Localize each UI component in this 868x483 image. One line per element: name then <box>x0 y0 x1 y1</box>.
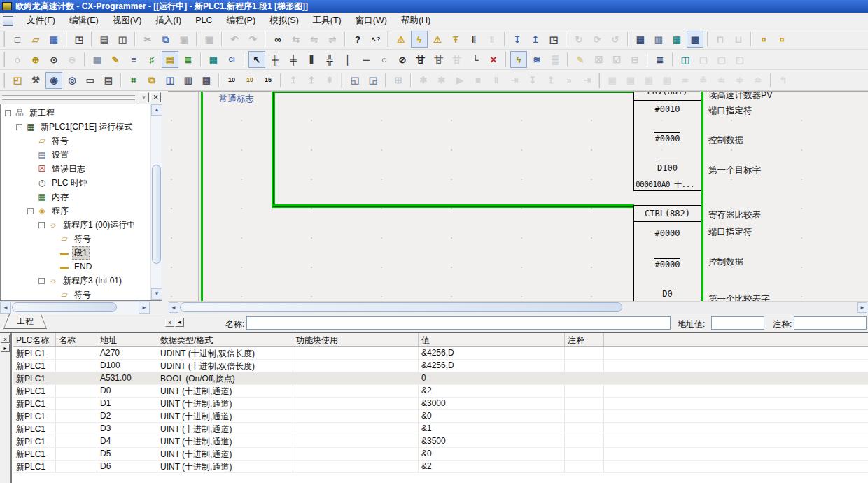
go-section-down-button[interactable]: ↥ <box>303 72 320 89</box>
plc-error-log-button[interactable]: ⚠ <box>393 31 410 48</box>
pause-at-point-button[interactable]: ✱ <box>433 72 450 89</box>
expand-toggle-icon[interactable] <box>27 208 34 214</box>
float-window-button[interactable]: ◰ <box>9 72 26 89</box>
tree-node-program1[interactable]: ☼新程序1 (00)运行中 <box>1 218 150 232</box>
differential-monitor-button[interactable]: ϟ <box>510 51 527 68</box>
simulator-online-button[interactable]: ◱ <box>346 72 363 89</box>
ladder-horizontal-scrollbar[interactable]: ◄ ► <box>168 301 868 314</box>
build-window-button[interactable]: ⚒ <box>27 72 44 89</box>
break-point-3-button[interactable]: ▣ <box>640 72 657 89</box>
plc-error-flash-button[interactable]: ϟ <box>411 31 428 48</box>
cross-reference-button[interactable]: ⌗ <box>125 72 142 89</box>
column-header-1[interactable]: 名称 <box>56 333 97 346</box>
table-row[interactable]: 新PLC1A270UDINT (十进制,双倍长度)&4256,D <box>13 347 868 360</box>
toggle-grid-button[interactable]: ▦ <box>89 51 106 68</box>
expand-toggle-icon[interactable] <box>16 124 22 130</box>
comment-input[interactable] <box>794 316 867 330</box>
new-contact-button[interactable]: ╫ <box>267 51 284 68</box>
find-button[interactable]: ∞ <box>270 31 286 48</box>
tree-horizontal-scrollbar[interactable]: ◄ ► <box>0 301 150 314</box>
active-document-icon[interactable] <box>3 16 13 26</box>
watch-sheet-1-button[interactable]: ▢ <box>695 51 712 68</box>
menu-simulation[interactable]: 模拟(S) <box>262 13 306 29</box>
step-in-button[interactable]: ↧ <box>524 72 541 89</box>
pause-monitor-button[interactable]: ‖ <box>465 31 482 48</box>
go-section-up-button[interactable]: ↥ <box>285 72 302 89</box>
instruction-block-ctbl[interactable]: CTBL(882) #0000 #0000 D0 <box>634 205 701 301</box>
save-button[interactable]: ▦ <box>46 31 62 48</box>
collapse-operand-bar-button[interactable]: ◄ <box>175 318 184 327</box>
table-row[interactable]: 新PLC1D4UINT (十进制,通道)&3500 <box>13 435 868 448</box>
menu-file[interactable]: 文件(F) <box>20 13 62 29</box>
monitor-mode-button[interactable]: ▥ <box>650 31 667 48</box>
change-addresses-button[interactable]: ⇌ <box>324 31 341 48</box>
simulator-mode-button[interactable]: ◲ <box>365 72 382 89</box>
toolbar-grip[interactable] <box>3 73 5 88</box>
scroll-left-arrow[interactable]: ◄ <box>169 302 178 313</box>
print-preview-button[interactable]: ◫ <box>114 31 131 48</box>
new-instruction-disabled-button[interactable]: 甘 <box>449 51 465 68</box>
watch-window-tool-button[interactable]: ◫ <box>677 51 694 68</box>
smart-input-button[interactable]: ▦ <box>205 51 222 68</box>
ladder-editor[interactable]: 常通标志 PRV(881) #0010 #0000 D100 000010A0 … <box>168 91 868 301</box>
table-row[interactable]: 新PLC1D2UINT (十进制,通道)&0 <box>13 410 868 423</box>
help-button[interactable]: ? <box>349 31 366 48</box>
toolbar-grip[interactable] <box>340 73 342 88</box>
table-row[interactable]: 新PLC1D3UINT (十进制,通道)&1 <box>13 423 868 435</box>
menu-help[interactable]: 帮助(H) <box>394 13 438 29</box>
zoom-100-button[interactable]: ⊙ <box>46 51 62 68</box>
column-header-5[interactable]: 值 <box>419 333 565 346</box>
io-break-2-button[interactable]: ≗ <box>695 72 712 89</box>
watch-sheet-2-button[interactable]: ▢ <box>713 51 730 68</box>
menu-window[interactable]: 窗口(W) <box>349 13 394 29</box>
io-break-5-button[interactable]: ≏ <box>750 72 766 89</box>
output-window-button[interactable]: ▭ <box>82 72 99 89</box>
binary-monitor-button[interactable]: ▦ <box>198 72 215 89</box>
monitor-io-comment-button[interactable]: ♯ <box>144 51 160 68</box>
menu-edit[interactable]: 编辑(E) <box>62 13 106 29</box>
data-trace-button[interactable]: ≋ <box>528 51 545 68</box>
panel-splitter[interactable] <box>162 91 168 314</box>
table-row[interactable]: 新PLC1D100UDINT (十进制,双倍长度)&4256,D <box>13 360 868 372</box>
menu-plc[interactable]: PLC <box>188 13 219 29</box>
toolbar-grip[interactable] <box>3 31 5 47</box>
menu-view[interactable]: 视图(V) <box>106 13 149 29</box>
tree-node-error-log[interactable]: ☒错误日志 <box>1 162 150 176</box>
expand-toggle-icon[interactable] <box>38 222 45 228</box>
contact-comment[interactable]: 常通标志 <box>219 93 254 105</box>
new-horizontal-line-button[interactable]: ─ <box>358 51 374 68</box>
set-protection-button[interactable]: ¤ <box>755 31 772 48</box>
line-delete-button[interactable]: ✕ <box>485 51 502 68</box>
tree-node-section1[interactable]: ▬段1 <box>1 246 150 260</box>
scroll-thumb[interactable] <box>152 164 161 264</box>
section-list-button[interactable]: ≣ <box>180 51 197 68</box>
new-closed-coil-button[interactable]: ⊘ <box>394 51 411 68</box>
simulator-pause-button[interactable]: ‖ <box>488 72 505 89</box>
column-header-3[interactable]: 数据类型/格式 <box>158 333 293 346</box>
ci-instruction-button[interactable]: CI <box>223 51 240 68</box>
online-edit-send-2-button[interactable]: ☑ <box>608 51 625 68</box>
io-break-3-button[interactable]: ≐ <box>713 72 730 89</box>
replace-symbols-button[interactable]: ⇋ <box>306 31 323 48</box>
scroll-thumb[interactable] <box>12 302 117 312</box>
scroll-right-arrow[interactable]: ► <box>858 302 867 313</box>
print-button[interactable]: ▤ <box>96 31 113 48</box>
tree-node-program3[interactable]: ☼新程序3 (Int 01) <box>1 274 150 288</box>
scan-run-button[interactable]: ⇥ <box>579 72 596 89</box>
tree-node-plc-clock[interactable]: ◷PLC 时钟 <box>1 176 150 190</box>
show-rung-annotation-button[interactable]: ≡ <box>125 51 142 68</box>
redo-button[interactable]: ↷ <box>244 31 261 48</box>
work-online-button[interactable]: ▦ <box>632 31 649 48</box>
monitor-hex-button[interactable]: 16 <box>260 72 276 89</box>
online-edit-cancel-button[interactable]: ↺ <box>607 31 624 48</box>
pause-button[interactable]: ‖ <box>484 31 500 48</box>
tree-node-program1-symbols[interactable]: ▱符号 <box>1 232 150 246</box>
drag-handle[interactable] <box>2 94 135 96</box>
expand-toggle-icon[interactable] <box>38 278 45 284</box>
undo-button[interactable]: ↶ <box>226 31 243 48</box>
tree-node-programs[interactable]: ◈程序 <box>1 204 150 218</box>
table-row[interactable]: 新PLC1D6UINT (十进制,通道)&2 <box>13 461 868 473</box>
error-watch-button[interactable]: Ŧ <box>447 31 464 48</box>
toolbar-grip[interactable] <box>504 52 506 67</box>
drag-handle[interactable] <box>2 98 135 100</box>
